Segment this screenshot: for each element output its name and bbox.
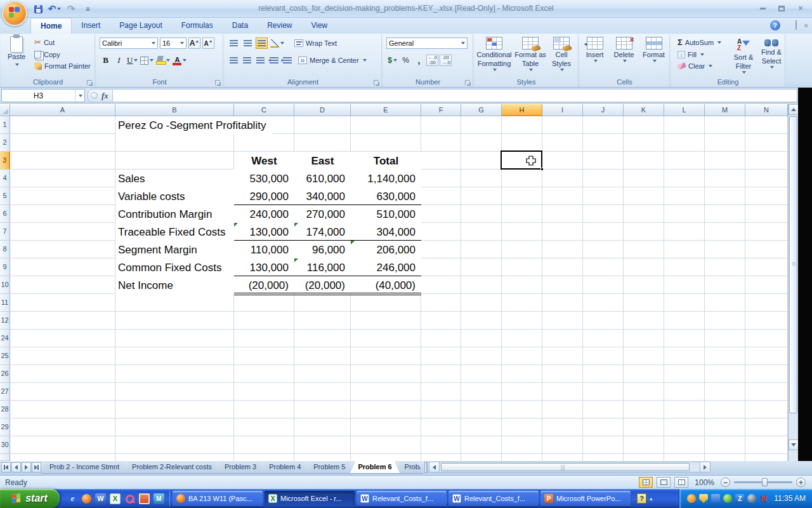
column-header-A[interactable]: A [10,104,115,116]
formula-input[interactable] [113,89,797,102]
row-header-2[interactable]: 2 [0,134,10,152]
quicklaunch-excel-icon[interactable]: X [110,493,121,504]
vertical-scrollbar[interactable] [788,104,798,461]
taskbar-button-word[interactable]: WRelevant_Costs_f... [449,491,539,506]
quicklaunch-firefox-icon[interactable] [82,494,91,504]
font-size-combo[interactable]: 16 [160,37,187,49]
office-button[interactable] [2,1,27,26]
sheet-tab-problem-5[interactable]: Problem 5 [305,461,353,474]
cell-B5[interactable]: Variable costs [115,187,234,205]
tray-orange-ball-icon[interactable] [687,494,696,503]
quicklaunch-messenger-icon[interactable]: M [154,493,164,504]
tray-gold-shield-icon[interactable] [699,494,708,503]
font-color-button[interactable]: A [172,55,187,66]
number-format-combo[interactable]: General [386,37,468,49]
column-header-M[interactable]: M [705,104,745,116]
bold-button[interactable]: B [100,55,112,66]
tray-green-app-icon[interactable] [723,494,732,503]
last-sheet-button[interactable] [32,462,41,472]
cell-B8[interactable]: Segment Margin [115,241,234,258]
column-header-H[interactable]: H [502,104,542,116]
cell-E5[interactable]: 630,000 [351,187,421,205]
cell-B6[interactable]: Contribution Margin [115,205,234,223]
grid-body[interactable]: 12345678910111224252627282930Perez Co -S… [0,116,788,461]
cell-B10[interactable]: Net Income [115,276,234,294]
taskbar-button-firefox[interactable]: BA 213 W11 (Pasc... [173,491,263,506]
taskbar-button-excel[interactable]: XMicrosoft Excel - r... [265,491,355,506]
delete-cells-button[interactable]: Delete [611,34,638,80]
cell-E6[interactable]: 510,000 [351,205,421,223]
cut-button[interactable]: ✂Cut [32,37,93,48]
name-box-dropdown-icon[interactable] [75,90,84,102]
cell-B4[interactable]: Sales [115,170,234,187]
quicklaunch-word-icon[interactable]: W [95,493,106,504]
cell-D8[interactable]: 96,000 [294,241,351,258]
tray-blue-app-icon[interactable] [711,494,720,503]
help-button[interactable]: ? [770,20,780,30]
sheet-tab-problem-2-relevant-costs[interactable]: Problem 2-Relevant costs [124,461,220,474]
workbook-restore-button[interactable] [796,22,797,29]
cell-C7[interactable]: 130,000 [234,223,294,241]
column-header-D[interactable]: D [294,104,351,116]
font-dialog-launcher-icon[interactable] [215,80,220,85]
autosum-button[interactable]: ΣAutoSum [675,37,724,48]
align-bottom-button[interactable] [256,37,268,49]
cell-B9[interactable]: Common Fixed Costs [115,258,234,276]
insert-function-button[interactable]: fx [102,91,108,101]
wrap-text-button[interactable]: Wrap Text [292,39,339,48]
shrink-font-button[interactable]: A▼ [202,37,214,49]
tray-gray-volume-icon[interactable] [747,494,756,503]
cell-D6[interactable]: 270,000 [294,205,351,223]
ribbon-tab-formulas[interactable]: Formulas [172,18,223,34]
horizontal-scrollbar[interactable] [429,462,710,472]
increase-decimal-button[interactable]: ←.0.00 [426,55,438,66]
cell-C3[interactable]: West [234,152,294,170]
column-header-E[interactable]: E [351,104,421,116]
alignment-dialog-launcher-icon[interactable] [374,80,379,85]
horizontal-scrollbar-thumb[interactable] [441,463,690,471]
cell-C6[interactable]: 240,000 [234,205,294,223]
underline-button[interactable]: U [126,55,138,66]
select-all-corner[interactable] [0,104,10,116]
column-header-G[interactable]: G [461,104,502,116]
clipboard-dialog-launcher-icon[interactable] [87,80,92,85]
cell-D7[interactable]: 174,000 [294,223,351,241]
column-header-B[interactable]: B [115,104,234,116]
column-header-N[interactable]: N [745,104,788,116]
zoom-level[interactable]: 100% [695,478,714,487]
tray-zonealarm-icon[interactable]: Z [735,494,744,503]
vertical-scrollbar-thumb[interactable] [789,116,797,413]
cell-C5[interactable]: 290,000 [234,187,294,205]
copy-button[interactable]: Copy [32,50,93,59]
scroll-up-button[interactable] [789,104,798,115]
tray-norton-icon[interactable]: N [759,494,768,503]
row-header-25[interactable]: 25 [0,347,10,365]
normal-view-button[interactable] [639,477,653,488]
cell-B7[interactable]: Traceable Fixed Costs [115,223,234,241]
sheet-tab-problem-6[interactable]: Problem 6 [350,461,400,474]
cell-C8[interactable]: 110,000 [234,241,294,258]
scroll-left-button[interactable] [429,462,440,472]
cell-C4[interactable]: 530,000 [234,170,294,187]
orientation-button[interactable] [270,37,285,49]
name-box[interactable]: H3 [1,89,85,102]
find-select-button[interactable]: Find & Select [757,36,785,81]
borders-button[interactable] [140,55,154,66]
restore-button[interactable] [775,4,788,13]
align-center-button[interactable] [241,55,253,66]
cell-styles-button[interactable]: Cell Styles [547,34,576,80]
scroll-right-button[interactable] [700,462,710,472]
quicklaunch-key-icon[interactable] [124,493,135,504]
close-button[interactable]: × [794,4,807,13]
paste-button[interactable]: Paste [4,36,29,76]
cell-B1[interactable]: Perez Co -Segment Profitablity [115,116,272,134]
align-middle-button[interactable] [242,37,254,49]
column-header-K[interactable]: K [624,104,664,116]
previous-sheet-button[interactable] [11,462,21,472]
minimize-button[interactable] [756,4,769,13]
row-header-10[interactable]: 10 [0,276,10,294]
cell-E7[interactable]: 304,000 [351,223,421,241]
merge-center-button[interactable]: Merge & Center [296,56,369,65]
start-button[interactable]: start [0,489,60,508]
sheet-tab-probl[interactable]: Probl [396,461,423,474]
